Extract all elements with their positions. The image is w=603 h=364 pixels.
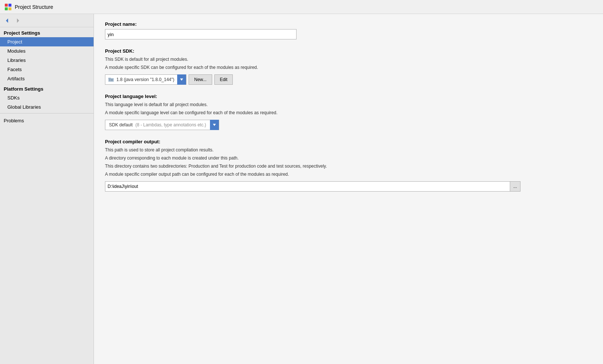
sidebar-item-artifacts[interactable]: Artifacts (0, 74, 94, 83)
svg-marker-4 (6, 18, 8, 23)
nav-buttons (0, 14, 94, 27)
compiler-output-desc3: This directory contains two subdirectori… (105, 163, 592, 169)
svg-rect-9 (111, 79, 113, 81)
language-level-desc2: A module specific language level can be … (105, 109, 592, 116)
svg-rect-7 (108, 78, 111, 79)
svg-rect-0 (5, 4, 8, 7)
title-bar: Project Structure (0, 0, 603, 14)
sidebar-item-sdks[interactable]: SDKs (0, 93, 94, 102)
project-language-level-label: Project language level: (105, 94, 592, 99)
main-container: Project Settings Project Modules Librari… (0, 14, 603, 364)
project-sdk-desc2: A module specific SDK can be configured … (105, 64, 592, 71)
project-sdk-desc1: This SDK is default for all project modu… (105, 56, 592, 63)
sdk-row: 1.8 (java version "1.8.0_144") New... Ed… (105, 74, 592, 85)
compiler-output-desc2: A directory corresponding to each module… (105, 155, 592, 161)
sdk-value-text: 1.8 (java version "1.8.0_144") (116, 77, 174, 82)
project-sdk-label: Project SDK: (105, 48, 592, 54)
sidebar-item-problems[interactable]: Problems (0, 115, 94, 125)
content-area: Project name: Project SDK: This SDK is d… (94, 14, 603, 364)
nav-forward-button[interactable] (13, 16, 22, 25)
language-level-dropdown[interactable]: SDK default (8 - Lambdas, type annotatio… (105, 120, 219, 130)
project-compiler-output-section: Project compiler output: This path is us… (105, 139, 592, 192)
compiler-output-browse-button[interactable]: ... (510, 181, 520, 192)
sidebar-item-facets[interactable]: Facets (0, 65, 94, 74)
sidebar-item-global-libraries[interactable]: Global Libraries (0, 102, 94, 112)
project-settings-header: Project Settings (0, 27, 94, 37)
project-language-level-section: Project language level: This language le… (105, 94, 592, 130)
sdk-new-button[interactable]: New... (189, 74, 212, 85)
svg-rect-2 (5, 7, 8, 10)
svg-rect-8 (109, 79, 110, 81)
app-icon (4, 3, 12, 11)
sidebar-item-project[interactable]: Project (0, 37, 94, 46)
sdk-dropdown[interactable]: 1.8 (java version "1.8.0_144") (105, 74, 186, 85)
project-sdk-section: Project SDK: This SDK is default for all… (105, 48, 592, 85)
sidebar-divider (0, 113, 94, 113)
svg-marker-11 (213, 124, 216, 126)
language-level-value: SDK default (109, 122, 133, 127)
compiler-output-desc1: This path is used to store all project c… (105, 147, 592, 153)
sidebar-item-modules[interactable]: Modules (0, 46, 94, 56)
project-name-input[interactable] (105, 29, 297, 39)
sdk-dropdown-arrow[interactable] (177, 74, 186, 85)
project-name-section: Project name: (105, 21, 592, 39)
sidebar: Project Settings Project Modules Librari… (0, 14, 94, 364)
project-compiler-output-label: Project compiler output: (105, 139, 592, 144)
nav-back-button[interactable] (3, 16, 12, 25)
project-name-label: Project name: (105, 21, 592, 27)
platform-settings-header: Platform Settings (0, 83, 94, 93)
compiler-output-row: ... (105, 181, 592, 192)
window-title: Project Structure (15, 4, 53, 10)
language-level-arrow[interactable] (210, 120, 219, 130)
sdk-folder-icon (108, 77, 114, 83)
language-level-detail: (8 - Lambdas, type annotations etc.) (135, 122, 206, 127)
svg-marker-10 (180, 78, 183, 81)
compiler-output-desc4: A module specific compiler output path c… (105, 171, 592, 178)
compiler-output-path-input[interactable] (105, 181, 510, 192)
sidebar-item-libraries[interactable]: Libraries (0, 56, 94, 65)
svg-rect-1 (8, 4, 11, 7)
svg-marker-5 (17, 18, 19, 23)
language-level-row: SDK default (8 - Lambdas, type annotatio… (105, 120, 592, 130)
sdk-edit-button[interactable]: Edit (214, 74, 233, 85)
svg-rect-3 (8, 7, 11, 10)
language-level-desc1: This language level is default for all p… (105, 101, 592, 108)
